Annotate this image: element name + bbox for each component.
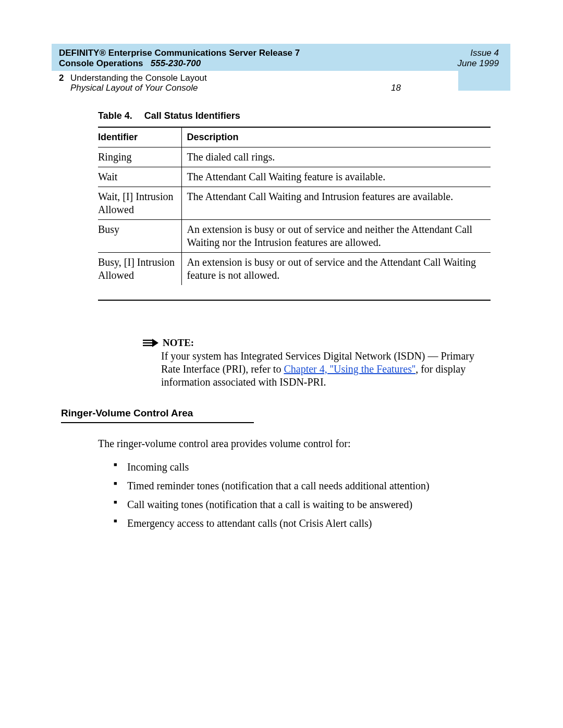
doc-date: June 1999 xyxy=(458,58,499,69)
cell-description: An extension is busy or out of service a… xyxy=(181,220,491,253)
subchapter-title: Physical Layout of Your Console xyxy=(70,83,198,93)
chapter-link[interactable]: Chapter 4, ''Using the Features'' xyxy=(284,363,415,375)
cell-identifier: Busy xyxy=(98,220,181,253)
table-row: Wait, [I] Intrusion Allowed The Attendan… xyxy=(98,187,491,220)
cell-identifier: Busy, [I] Intrusion Allowed xyxy=(98,253,181,286)
doc-title-line2a: Console Operations xyxy=(59,58,143,68)
cell-identifier: Ringing xyxy=(98,147,181,167)
table-caption: Table 4. Call Status Identifiers xyxy=(87,110,479,121)
svg-marker-3 xyxy=(152,339,158,347)
list-item: Timed reminder tones (notification that … xyxy=(114,478,479,493)
doc-number: 555-230-700 xyxy=(151,58,201,68)
note-heading: NOTE: xyxy=(143,337,482,349)
list-item: Call waiting tones (notification that a … xyxy=(114,497,479,512)
list-item: Incoming calls xyxy=(114,459,479,475)
table-bottom-rule xyxy=(98,300,491,301)
table-row: Ringing The dialed call rings. xyxy=(98,147,491,167)
list-item: Emergency access to attendant calls (not… xyxy=(114,515,479,531)
table-row: Busy An extension is busy or out of serv… xyxy=(98,220,491,253)
doc-title-line1: DEFINITY® Enterprise Communications Serv… xyxy=(59,48,300,58)
cell-description: The dialed call rings. xyxy=(181,147,491,167)
cell-description: The Attendant Call Waiting feature is av… xyxy=(181,167,491,187)
table-row: Busy, [I] Intrusion Allowed An extension… xyxy=(98,253,491,286)
note-arrow-icon xyxy=(143,339,158,347)
header-row-2: Console Operations 555-230-700 June 1999 xyxy=(59,58,502,69)
header-row-1: DEFINITY® Enterprise Communications Serv… xyxy=(59,48,502,58)
table-caption-title: Call Status Identifiers xyxy=(144,110,240,121)
bullet-list: Incoming calls Timed reminder tones (not… xyxy=(114,459,479,531)
chapter-number: 2 xyxy=(59,73,64,83)
note-label: NOTE: xyxy=(163,337,194,349)
page-number: 18 xyxy=(391,83,401,93)
cell-description: The Attendant Call Waiting and Intrusion… xyxy=(181,187,491,220)
section-heading: Ringer-Volume Control Area xyxy=(61,408,254,423)
page-content: Table 4. Call Status Identifiers Identif… xyxy=(87,110,479,534)
chapter-title: Understanding the Console Layout xyxy=(70,73,207,83)
cell-identifier: Wait, [I] Intrusion Allowed xyxy=(98,187,181,220)
table-row: Wait The Attendant Call Waiting feature … xyxy=(98,167,491,187)
note-block: NOTE: If your system has Integrated Serv… xyxy=(143,337,482,389)
table-caption-label: Table 4. xyxy=(98,110,132,121)
call-status-table: Identifier Description Ringing The diale… xyxy=(98,127,491,285)
col-identifier: Identifier xyxy=(98,127,181,147)
table-header-row: Identifier Description xyxy=(98,127,491,147)
note-text: If your system has Integrated Services D… xyxy=(161,350,482,389)
issue-label: Issue 4 xyxy=(470,48,499,58)
section-intro: The ringer-volume control area provides … xyxy=(98,438,479,450)
cell-description: An extension is busy or out of service a… xyxy=(181,253,491,286)
col-description: Description xyxy=(181,127,491,147)
cell-identifier: Wait xyxy=(98,167,181,187)
